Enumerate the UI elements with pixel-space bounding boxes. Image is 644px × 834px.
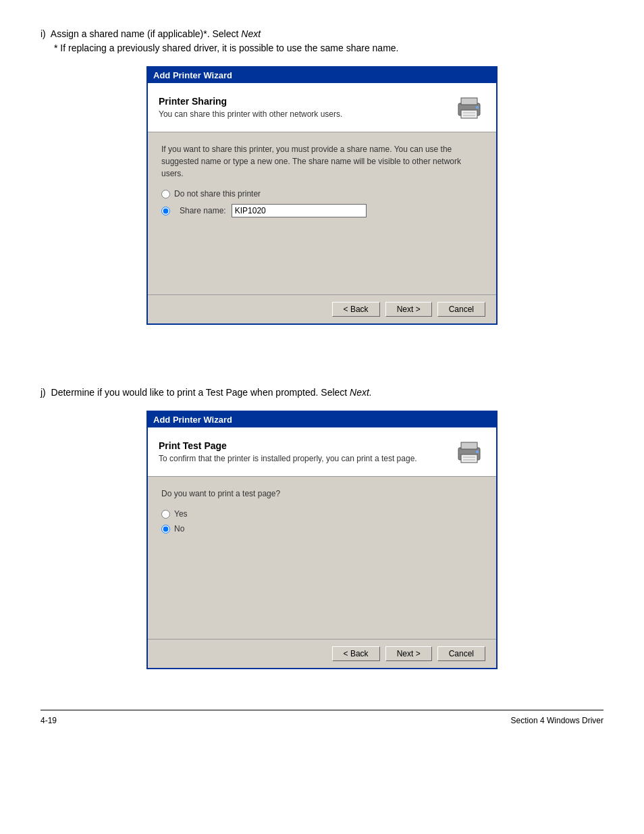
dialog-i-header-text: Printer Sharing You can share this print… [159,96,453,119]
share-radio[interactable] [161,207,170,215]
dialog-j-body: Do you want to print a test page? Yes No [148,477,496,639]
svg-rect-9 [463,457,475,458]
dialog-j-back-button[interactable]: < Back [332,646,380,661]
section-j-main-text: Determine if you would like to print a T… [51,387,350,398]
share-label: Share name: [180,206,226,215]
no-share-radio[interactable] [161,190,170,199]
dialog-i-header-title: Printer Sharing [159,96,453,107]
dialog-j-yes-option[interactable]: Yes [161,509,483,519]
dialog-i-body-desc: If you want to share this printer, you m… [161,143,483,180]
dialog-i-printer-icon [453,91,485,124]
section-gap [41,352,603,386]
dialog-j-next-button[interactable]: Next > [385,646,432,661]
yes-label: Yes [174,509,188,519]
dialog-i-back-button[interactable]: < Back [332,302,380,317]
no-radio[interactable] [161,525,170,533]
dialog-j-title-bar: Add Printer Wizard [148,412,496,427]
svg-rect-1 [461,98,477,105]
dialog-i-header-subtitle: You can share this printer with other ne… [159,109,453,119]
dialog-j-cancel-button[interactable]: Cancel [437,646,485,661]
svg-rect-10 [463,459,475,461]
document-content: i) Assign a shared name (if applicable)*… [41,27,603,725]
share-name-input[interactable] [232,204,367,217]
dialog-i-no-share-option[interactable]: Do not share this printer [161,189,483,199]
dialog-i-next-button[interactable]: Next > [385,302,432,317]
footer-page-number: 4-19 [41,716,57,725]
page-footer: 4-19 Section 4 Windows Driver [41,710,603,725]
no-label: No [174,524,184,533]
dialog-i-body: If you want to share this printer, you m… [148,132,496,294]
svg-rect-3 [463,112,475,113]
dialog-i-cancel-button[interactable]: Cancel [437,302,485,317]
yes-radio[interactable] [161,510,170,519]
svg-rect-7 [461,442,477,449]
section-j-instruction: j) Determine if you would like to print … [41,386,603,400]
svg-rect-4 [463,115,475,116]
section-j-italic: Next. [350,387,372,398]
section-i-note: * If replacing a previously shared drive… [54,41,603,55]
dialog-j-footer: < Back Next > Cancel [148,639,496,668]
dialog-i-radio-group: Do not share this printer Share name: [161,189,483,217]
dialog-j-body-question: Do you want to print a test page? [161,488,483,500]
dialog-i-share-option[interactable]: Share name: [161,204,483,217]
svg-rect-2 [461,110,477,118]
svg-rect-8 [461,454,477,463]
dialog-i-header: Printer Sharing You can share this print… [148,83,496,132]
section-i-instruction: i) Assign a shared name (if applicable)*… [41,27,603,55]
dialog-i-title-bar: Add Printer Wizard [148,68,496,83]
dialog-i-title: Add Printer Wizard [153,70,232,80]
section-i-label: i) [41,28,46,39]
dialog-j: Add Printer Wizard Print Test Page To co… [146,411,498,669]
no-share-label: Do not share this printer [174,189,261,199]
section-i-italic: Next [241,28,261,39]
dialog-i: Add Printer Wizard Printer Sharing You c… [146,66,498,325]
dialog-j-title: Add Printer Wizard [153,415,232,425]
dialog-i-footer: < Back Next > Cancel [148,294,496,323]
dialog-j-header-text: Print Test Page To confirm that the prin… [159,440,453,463]
section-i-main-text: Assign a shared name (if applicable)*. S… [51,28,241,39]
section-i-block: i) Assign a shared name (if applicable)*… [41,27,603,325]
section-j-block: j) Determine if you would like to print … [41,386,603,669]
footer-section-label: Section 4 Windows Driver [511,716,603,725]
dialog-j-radio-group: Yes No [161,509,483,533]
section-j-label: j) [41,387,46,398]
dialog-j-header-subtitle: To confirm that the printer is installed… [159,454,453,463]
dialog-j-no-option[interactable]: No [161,524,483,533]
dialog-j-header-title: Print Test Page [159,440,453,451]
svg-point-5 [476,106,479,109]
svg-point-11 [476,450,479,453]
dialog-j-header: Print Test Page To confirm that the prin… [148,427,496,477]
dialog-j-printer-icon [453,436,485,468]
